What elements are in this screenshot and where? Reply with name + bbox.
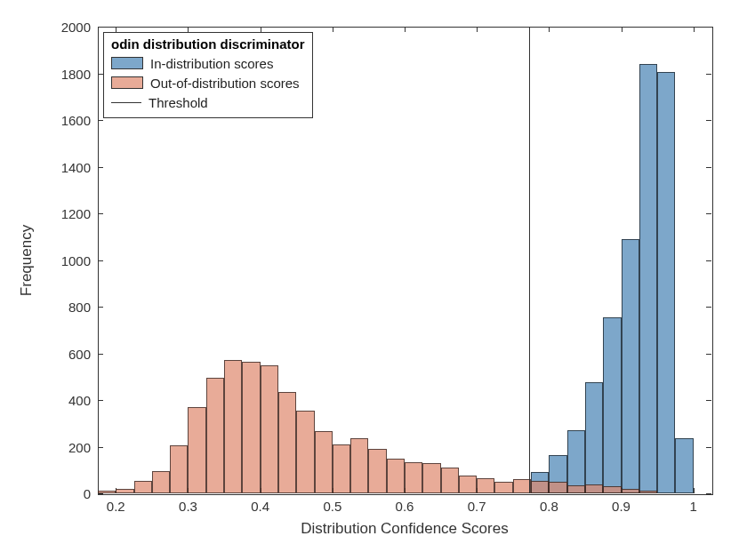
x-axis-title: Distribution Confidence Scores — [301, 520, 508, 538]
x-tick-label: 0.6 — [396, 499, 414, 514]
y-tick-label: 1000 — [61, 252, 91, 268]
histogram-bar-out — [441, 468, 459, 493]
legend: odin distribution discriminator In-distr… — [103, 32, 313, 118]
chart-container: odin distribution discriminator In-distr… — [0, 0, 747, 560]
histogram-bar-out — [477, 478, 494, 493]
histogram-bar-out — [494, 482, 512, 493]
y-tick-mark — [706, 307, 711, 308]
histogram-bar-out — [549, 482, 566, 493]
y-tick-mark — [706, 27, 711, 28]
histogram-bar-in — [675, 438, 693, 493]
legend-item: In-distribution scores — [111, 53, 305, 73]
legend-item: Out-of-distribution scores — [111, 73, 305, 92]
histogram-bar-out — [368, 449, 386, 493]
histogram-bar-out — [585, 484, 603, 494]
y-tick-mark — [98, 493, 103, 494]
histogram-bar-out — [116, 489, 133, 493]
histogram-bar-out — [242, 362, 260, 493]
legend-label: In-distribution scores — [150, 56, 273, 71]
y-tick-mark — [98, 354, 103, 355]
histogram-bar-out — [206, 378, 224, 493]
y-tick-mark — [98, 27, 103, 28]
threshold-line — [529, 27, 530, 493]
legend-line-icon — [111, 102, 141, 103]
histogram-bar-in — [639, 64, 657, 493]
y-tick-mark — [706, 260, 711, 261]
histogram-bar-out — [278, 392, 296, 493]
y-tick-label: 0 — [84, 486, 91, 501]
histogram-bar-out — [405, 462, 422, 493]
histogram-bar-in — [657, 72, 675, 493]
y-tick-mark — [706, 400, 711, 401]
y-tick-mark — [706, 354, 711, 355]
y-tick-mark — [706, 493, 711, 494]
histogram-bar-out — [134, 481, 152, 493]
legend-item: Threshold — [111, 92, 305, 112]
y-tick-label: 1600 — [61, 113, 91, 128]
histogram-bar-out — [224, 360, 242, 493]
x-tick-label: 0.8 — [540, 499, 558, 514]
histogram-bar-out — [622, 489, 639, 493]
y-axis-title: Frequency — [18, 224, 36, 295]
y-tick-label: 1200 — [61, 206, 91, 221]
x-tick-mark — [477, 27, 478, 32]
y-tick-mark — [98, 447, 103, 448]
y-tick-label: 800 — [68, 300, 91, 315]
y-tick-mark — [98, 213, 103, 214]
y-tick-mark — [706, 120, 711, 121]
y-tick-mark — [706, 447, 711, 448]
legend-swatch-icon — [111, 76, 143, 89]
histogram-bar-out — [603, 486, 621, 493]
histogram-bar-out — [98, 491, 116, 493]
x-tick-mark — [622, 27, 622, 32]
histogram-bar-out — [333, 444, 350, 493]
legend-label: Threshold — [149, 95, 208, 110]
histogram-bar-in — [622, 239, 639, 493]
histogram-bar-out — [513, 479, 531, 493]
histogram-bar-out — [152, 471, 170, 493]
histogram-bar-out — [567, 485, 585, 493]
histogram-bar-in — [567, 430, 585, 493]
y-tick-mark — [706, 74, 711, 75]
y-tick-mark — [98, 120, 103, 121]
histogram-bar-out — [170, 445, 188, 493]
x-tick-mark — [333, 27, 333, 32]
y-tick-mark — [706, 167, 711, 168]
y-tick-label: 200 — [68, 439, 91, 454]
x-tick-label: 0.7 — [468, 499, 486, 514]
y-tick-label: 1800 — [61, 66, 91, 81]
histogram-bar-out — [639, 491, 657, 493]
x-tick-mark — [694, 488, 695, 493]
x-tick-mark — [549, 27, 550, 32]
y-tick-mark — [706, 213, 711, 214]
histogram-bar-out — [315, 431, 333, 493]
histogram-bar-out — [531, 481, 549, 493]
legend-label: Out-of-distribution scores — [150, 76, 300, 91]
y-tick-label: 600 — [68, 346, 91, 361]
x-tick-label: 0.9 — [612, 499, 631, 514]
x-tick-label: 0.4 — [251, 499, 269, 514]
x-tick-mark — [694, 27, 695, 32]
histogram-bar-out — [296, 411, 314, 493]
x-tick-label: 0.3 — [179, 499, 197, 514]
x-tick-label: 0.5 — [323, 499, 341, 514]
legend-title: odin distribution discriminator — [111, 36, 305, 53]
y-tick-label: 400 — [68, 393, 91, 408]
y-tick-mark — [98, 167, 103, 168]
histogram-bar-out — [422, 463, 440, 493]
x-tick-label: 0.2 — [107, 499, 125, 514]
histogram-bar-out — [188, 407, 205, 493]
legend-swatch-icon — [111, 57, 143, 69]
histogram-bar-out — [261, 365, 278, 493]
y-tick-label: 2000 — [61, 20, 91, 35]
histogram-bar-out — [350, 438, 368, 493]
histogram-bar-out — [459, 476, 477, 493]
y-tick-mark — [98, 260, 103, 261]
histogram-bar-in — [585, 382, 603, 493]
x-tick-label: 1 — [690, 499, 697, 514]
x-tick-mark — [405, 27, 406, 32]
histogram-bar-out — [387, 459, 405, 493]
histogram-bar-in — [603, 317, 621, 493]
y-tick-mark — [98, 400, 103, 401]
y-tick-mark — [98, 307, 103, 308]
